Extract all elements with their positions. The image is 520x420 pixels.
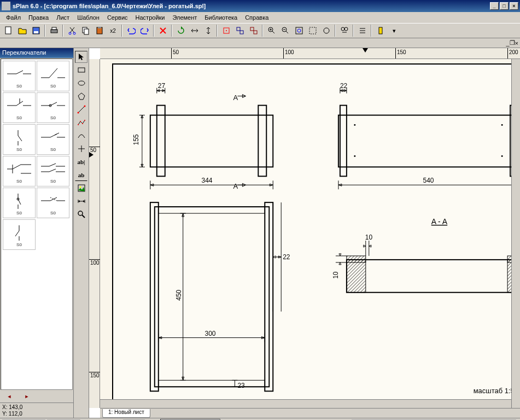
minimize-button[interactable]: _ [490,2,499,10]
menu-service[interactable]: Сервис [103,13,132,22]
delete-button[interactable] [156,25,169,37]
pointer-tool[interactable] [75,51,87,63]
svg-text:A: A [233,94,238,102]
menu-edit[interactable]: Правка [25,13,52,22]
zoom-out-button[interactable] [279,25,291,37]
zoom-in-button[interactable] [265,25,278,37]
list-button[interactable] [356,25,369,37]
lib-item[interactable]: S0 [3,92,36,123]
lib-item[interactable]: S0 [37,188,69,218]
svg-point-24 [344,27,348,31]
close-button[interactable]: × [510,2,518,10]
svg-point-75 [82,123,83,124]
svg-text:10: 10 [332,271,340,279]
lib-item[interactable]: S0 [3,219,36,250]
mirror-h-button[interactable] [188,25,201,37]
horizontal-scrollbar[interactable] [100,399,511,408]
curve-tool[interactable] [75,130,87,142]
svg-rect-80 [150,115,273,167]
menu-help[interactable]: Справка [241,13,272,22]
polygon-tool[interactable] [75,90,87,102]
lib-item[interactable]: S0 [3,156,36,186]
svg-point-22 [324,28,329,33]
lib-item[interactable]: S0 [37,92,69,123]
svg-rect-110 [347,260,366,293]
svg-rect-8 [84,29,89,34]
lib-item[interactable]: S0 [37,61,69,91]
lib-item[interactable]: S0 [37,124,69,155]
win-controls: _ ❐ × [0,38,520,48]
menu-settings[interactable]: Настройки [132,13,169,22]
refresh-button[interactable] [147,418,160,421]
menu-library[interactable]: Библиотека [201,13,241,22]
rect-tool[interactable] [75,64,87,76]
lib-item[interactable]: S0 [3,124,36,155]
group-button[interactable] [233,25,246,37]
rotate-button[interactable] [174,25,187,37]
zoom-sel-button[interactable] [306,25,319,37]
lib-item[interactable]: S0 [3,61,36,91]
grid-toggle-button[interactable] [83,418,95,421]
menu-template[interactable]: Шаблон [73,13,103,22]
settings-button[interactable] [374,25,387,37]
svg-line-60 [18,199,21,205]
point-tool[interactable] [75,143,87,155]
snap-toggle-button[interactable] [96,418,109,421]
copy-button[interactable] [79,25,92,37]
maximize-button[interactable]: □ [500,2,509,10]
ungroup-button[interactable] [247,25,260,37]
zoom-tool[interactable] [75,208,87,220]
ortho-button[interactable] [110,418,122,421]
dimension-tool[interactable] [75,195,87,207]
svg-text:10: 10 [365,234,373,241]
svg-point-94 [501,155,503,157]
mirror-v-button[interactable] [202,25,214,37]
zoom-level[interactable]: x2 [107,25,119,37]
new-button[interactable] [2,25,15,37]
paste-button[interactable] [93,25,106,37]
text-tool[interactable]: ab| [75,156,87,168]
cut-button[interactable] [66,25,78,37]
menu-file[interactable]: Файл [2,13,25,22]
svg-point-92 [354,155,355,157]
svg-rect-4 [52,27,56,30]
undo-button[interactable] [125,25,137,37]
image-tool[interactable] [75,182,87,194]
svg-line-67 [15,231,19,236]
redo-button[interactable] [138,25,151,37]
lib-prev-button[interactable]: ◄ [1,390,17,402]
zoom-fit-button[interactable] [293,25,305,37]
sheet-tab[interactable]: 1: Новый лист [102,409,150,418]
svg-point-70 [78,81,85,85]
print-button[interactable] [48,25,60,37]
save-button[interactable] [30,25,42,37]
lib-item[interactable]: S0 [37,156,69,186]
child-close-button[interactable]: × [515,40,518,46]
lib-item[interactable]: S0 [3,188,36,218]
vertical-scrollbar[interactable] [511,59,520,408]
find-button[interactable] [338,25,350,37]
snap-button[interactable] [220,25,232,37]
view-frame-top-right: 22 540 [338,82,518,190]
ruler-v-marker [89,152,94,158]
ruler-horizontal: 50 100 150 200 [100,48,520,59]
menu-sheet[interactable]: Лист [52,13,73,22]
child-restore-button[interactable]: ❐ [510,39,515,46]
zoom-prev-button[interactable] [320,25,332,37]
polyline-tool[interactable] [75,116,87,129]
line-tool[interactable] [75,103,87,115]
circle-tool[interactable] [75,77,87,89]
svg-line-63 [50,197,57,201]
menu-element[interactable]: Элемент [168,13,201,22]
svg-line-55 [49,169,56,172]
svg-text:300: 300 [205,330,216,337]
svg-point-93 [501,124,503,126]
drawing-canvas[interactable]: 27 155 344 A A [100,59,520,408]
svg-rect-15 [250,27,254,31]
settings-drop-button[interactable]: ▾ [388,25,400,37]
open-button[interactable] [16,25,28,37]
lib-next-button[interactable]: ► [19,390,35,402]
label-tool[interactable]: ab [75,169,87,181]
library-header: Переключатели [0,48,73,58]
svg-rect-16 [254,31,257,34]
